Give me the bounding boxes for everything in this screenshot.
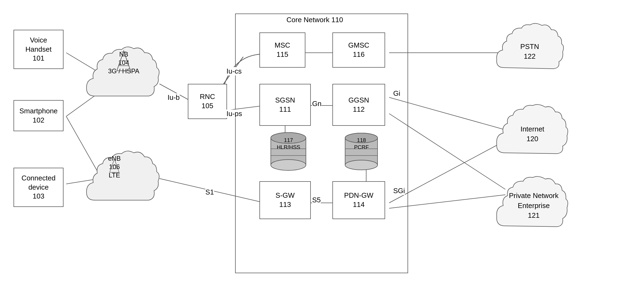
- diagram-container: Core Network 110 VoiceHandset101 Smartph…: [0, 0, 644, 287]
- gmsc-label: GMSC116: [348, 41, 369, 59]
- svg-line-26: [127, 61, 129, 66]
- pdngw-label: PDN-GW114: [344, 191, 373, 209]
- svg-line-35: [114, 159, 117, 166]
- private-network-label: Private NetworkEnterprise121: [509, 191, 559, 220]
- pcrf-cylinder: 118PCRF: [342, 130, 381, 173]
- internet-cloud: Internet120: [495, 103, 570, 165]
- voice-handset-label: VoiceHandset101: [25, 36, 52, 63]
- gn-label: Gn: [312, 100, 322, 108]
- svg-line-25: [119, 61, 120, 66]
- svg-point-48: [345, 160, 378, 170]
- hlrhss-label: 117HLR/HSS: [268, 137, 309, 151]
- msc-label: MSC115: [275, 41, 290, 59]
- pdngw-box: PDN-GW114: [332, 181, 385, 219]
- ggsn-label: GGSN112: [348, 96, 369, 114]
- gi-label: Gi: [393, 89, 400, 98]
- svg-line-24: [124, 51, 127, 61]
- sgsn-box: SGSN111: [259, 84, 311, 126]
- svg-line-36: [111, 166, 112, 169]
- 3g-cloud: NB1043G / HSPA: [84, 42, 159, 115]
- s1-label: S1: [205, 188, 214, 196]
- internet-label: Internet120: [520, 124, 544, 144]
- pcrf-label: 118PCRF: [342, 137, 381, 151]
- sgw-label: S-GW113: [276, 191, 295, 209]
- svg-line-37: [117, 166, 118, 169]
- iu-cs-label: Iu-cs: [226, 67, 242, 75]
- smartphone-label: Smartphone102: [19, 107, 58, 125]
- s5-label: S5: [312, 196, 321, 204]
- core-network-title: Core Network 110: [286, 16, 343, 24]
- iu-ps-label: Iu-ps: [226, 110, 242, 118]
- svg-line-34: [112, 159, 115, 166]
- msc-box: MSC115: [259, 32, 305, 68]
- rnc-box: RNC105: [188, 84, 227, 119]
- ggsn-box: GGSN112: [332, 84, 385, 126]
- lte-cloud: eNB106LTE: [84, 146, 159, 219]
- rnc-label: RNC105: [200, 92, 215, 111]
- svg-point-42: [271, 160, 306, 170]
- hlrhss-cylinder: 117HLR/HSS: [268, 130, 309, 173]
- voice-handset-box: VoiceHandset101: [14, 30, 64, 69]
- private-network-cloud: Private NetworkEnterprise121: [495, 173, 573, 238]
- connected-device-box: Connecteddevice103: [14, 168, 64, 207]
- sgw-box: S-GW113: [259, 181, 311, 219]
- sgi-label: SGi: [393, 187, 405, 195]
- iu-b-label: Iu-b: [168, 93, 180, 102]
- pstn-cloud: PSTN122: [495, 22, 565, 81]
- smartphone-box: Smartphone102: [14, 100, 64, 131]
- svg-line-23: [120, 51, 124, 61]
- sgsn-label: SGSN111: [275, 96, 295, 114]
- connected-device-label: Connecteddevice103: [22, 174, 56, 201]
- gmsc-box: GMSC116: [332, 32, 385, 68]
- pstn-label: PSTN122: [520, 42, 539, 61]
